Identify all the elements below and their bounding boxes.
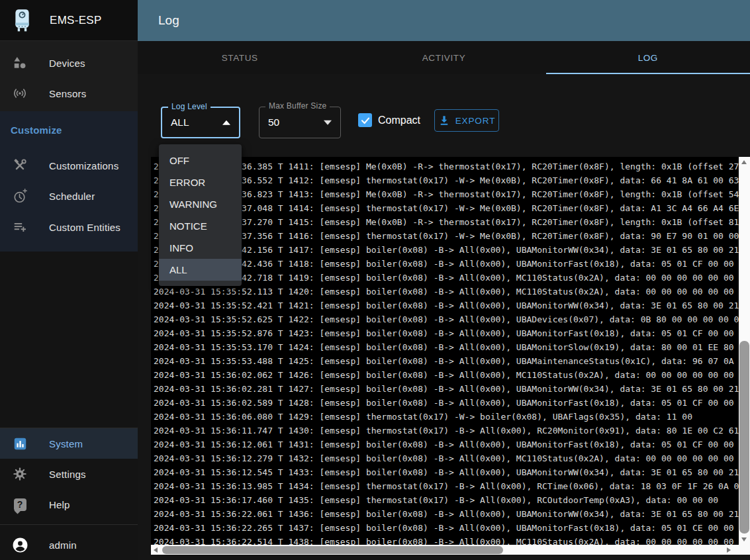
chevron-up-icon	[222, 120, 230, 125]
log-level-select[interactable]: Log Level ALL	[161, 107, 240, 138]
compact-checkbox-label[interactable]: Compact	[378, 113, 420, 127]
log-line: 2024-03-31 15:36:12.279 T 1432: [emsesp]…	[154, 451, 739, 465]
scroll-left-arrow-icon[interactable]	[154, 547, 158, 553]
log-line: 2024-03-31 15:35:52.625 T 1422: [emsesp]…	[154, 312, 739, 326]
sidebar-item-devices[interactable]: Devices	[0, 48, 138, 78]
app-title: EMS-ESP	[50, 14, 102, 27]
bar-chart-icon	[11, 437, 28, 451]
sidebar-item-settings[interactable]: Settings	[0, 459, 138, 489]
sidebar-item-label: Scheduler	[49, 191, 95, 202]
boiler-logo-icon	[13, 9, 31, 32]
chevron-down-icon	[324, 120, 332, 125]
log-level-value: ALL	[171, 117, 189, 128]
sidebar-item-help[interactable]: ? Help	[0, 489, 138, 520]
log-line: 2024-03-31 15:36:12.545 T 1433: [emsesp]…	[154, 465, 739, 479]
sidebar-item-system[interactable]: System	[0, 428, 138, 459]
page-title: Log	[158, 13, 179, 28]
sidebar-item-customizations[interactable]: Customizations	[0, 150, 138, 181]
gear-icon	[11, 467, 28, 481]
account-icon	[11, 537, 28, 553]
topbar: Log	[138, 0, 750, 41]
scrollbar-corner	[739, 545, 750, 555]
menu-item-warning[interactable]: WARNING	[159, 193, 242, 215]
menu-item-error[interactable]: ERROR	[159, 171, 242, 193]
log-line: 2024-03-31 15:36:12.061 T 1431: [emsesp]…	[154, 438, 739, 451]
log-line: 2024-03-31 15:36:02.062 T 1426: [emsesp]…	[154, 368, 739, 382]
sensors-icon	[11, 85, 28, 101]
ems-esp-app: EMS-ESP Devices	[0, 0, 750, 560]
tab-bar: STATUS ACTIVITY LOG	[138, 41, 750, 74]
sidebar-item-custom-entities[interactable]: Custom Entities	[0, 212, 138, 242]
app-logo-row: EMS-ESP	[0, 0, 138, 41]
log-line: 2024-03-31 15:35:52.113 T 1420: [emsesp]…	[154, 285, 739, 299]
menu-item-all[interactable]: ALL	[159, 259, 242, 281]
tab-log[interactable]: LOG	[546, 41, 750, 74]
log-line: 2024-03-31 15:36:02.589 T 1428: [emsesp]…	[154, 396, 739, 410]
menu-item-off[interactable]: OFF	[159, 150, 242, 171]
scroll-right-arrow-icon[interactable]	[727, 547, 731, 553]
scroll-up-arrow-icon[interactable]	[741, 160, 747, 164]
sidebar-item-scheduler[interactable]: Scheduler	[0, 181, 138, 211]
tab-log-label: LOG	[638, 53, 658, 63]
log-line: 2024-03-31 15:36:11.747 T 1430: [emsesp]…	[154, 424, 739, 438]
sidebar-item-label: Custom Entities	[49, 222, 120, 233]
sidebar: EMS-ESP Devices	[0, 0, 138, 560]
user-name-label: admin	[49, 539, 77, 551]
sidebar-item-label: Help	[49, 499, 70, 510]
log-line: 2024-03-31 15:35:53.488 T 1425: [emsesp]…	[154, 354, 739, 368]
playlist-add-icon	[11, 220, 28, 234]
log-line: 2024-03-31 15:35:52.421 T 1421: [emsesp]…	[154, 299, 739, 312]
log-line: 2024-03-31 15:36:06.080 T 1429: [emsesp]…	[154, 410, 739, 424]
log-line: 2024-03-31 15:36:13.985 T 1434: [emsesp]…	[154, 479, 739, 493]
menu-item-notice[interactable]: NOTICE	[159, 215, 242, 237]
horizontal-scrollbar[interactable]	[151, 545, 739, 555]
log-line: 2024-03-31 15:35:53.170 T 1424: [emsesp]…	[154, 340, 739, 354]
max-buffer-size-value: 50	[268, 117, 279, 128]
max-buffer-size-select[interactable]: Max Buffer Size 50	[259, 107, 341, 138]
sidebar-item-label: Customizations	[49, 160, 118, 171]
sidebar-item-label: Sensors	[49, 88, 86, 99]
vertical-scrollbar[interactable]	[739, 157, 750, 545]
log-line: 2024-03-31 15:35:52.876 T 1423: [emsesp]…	[154, 326, 739, 340]
log-level-dropdown-menu: OFF ERROR WARNING NOTICE INFO ALL	[159, 144, 242, 286]
download-icon	[438, 115, 450, 126]
sidebar-divider	[0, 524, 138, 525]
log-line: 2024-03-31 15:36:22.265 T 1437: [emsesp]…	[154, 521, 739, 535]
sidebar-item-sensors[interactable]: Sensors	[0, 78, 138, 109]
log-level-label: Log Level	[168, 102, 211, 111]
sidebar-item-label: System	[49, 438, 83, 449]
sidebar-item-label: Settings	[49, 469, 86, 480]
customize-section-header: Customize	[11, 124, 62, 136]
checkmark-icon	[360, 115, 371, 126]
log-line: 2024-03-31 15:36:22.061 T 1436: [emsesp]…	[154, 507, 739, 521]
shapes-icon	[11, 56, 28, 70]
schedule-add-icon	[11, 189, 28, 204]
log-line: 2024-03-31 15:36:17.460 T 1435: [emsesp]…	[154, 493, 739, 507]
sidebar-user-admin[interactable]: admin	[0, 530, 138, 560]
tools-icon	[11, 158, 28, 173]
vertical-scrollbar-thumb[interactable]	[739, 341, 749, 534]
max-buffer-size-label: Max Buffer Size	[265, 101, 330, 111]
log-line: 2024-03-31 15:36:02.281 T 1427: [emsesp]…	[154, 382, 739, 396]
export-button-label: EXPORT	[455, 116, 496, 126]
tab-status[interactable]: STATUS	[138, 41, 342, 74]
sidebar-item-label: Devices	[49, 58, 85, 69]
scroll-down-arrow-icon[interactable]	[741, 537, 747, 541]
tab-activity[interactable]: ACTIVITY	[342, 41, 545, 74]
menu-item-info[interactable]: INFO	[159, 237, 242, 259]
help-icon: ?	[11, 498, 28, 511]
compact-checkbox[interactable]	[358, 113, 372, 127]
horizontal-scrollbar-thumb[interactable]	[162, 546, 503, 554]
export-button[interactable]: EXPORT	[434, 109, 499, 132]
